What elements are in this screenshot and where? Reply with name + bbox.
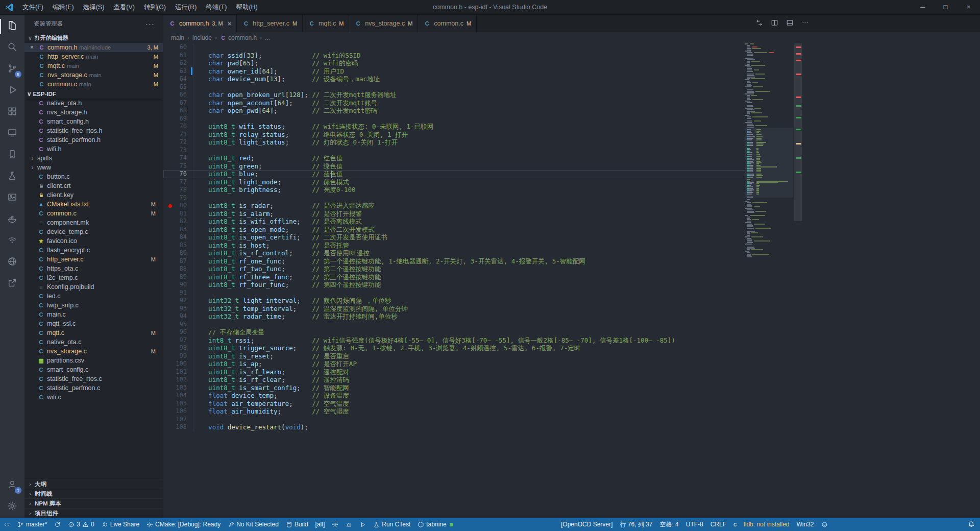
line-number[interactable]: 83 (163, 226, 187, 234)
line-number[interactable]: 68 (163, 107, 187, 115)
line-number[interactable]: 100 (163, 360, 187, 368)
file-item[interactable]: Cmqtt.cM (24, 328, 163, 337)
notifications-bell-icon[interactable] (968, 518, 975, 531)
status-sync[interactable] (51, 518, 64, 531)
file-item[interactable]: Chttp_server.cM (24, 255, 163, 264)
line-number[interactable]: 91 (163, 289, 187, 297)
file-item[interactable]: ≡component.mk (24, 218, 163, 227)
maximize-button[interactable]: □ (934, 0, 957, 14)
editor-layout-icon[interactable] (786, 19, 794, 29)
file-item[interactable]: Cstatistic_perfmon.h (24, 135, 163, 144)
code-line-94[interactable]: 94 uint32_t radar_time;// 雷达开打持续时间,单位秒 (163, 312, 745, 321)
line-number[interactable]: 63 (163, 67, 187, 76)
code-line-63[interactable]: 63 char owner_id[64];// 用户ID (163, 67, 745, 76)
activity-settings[interactable] (0, 496, 24, 518)
activity-explorer[interactable] (0, 16, 24, 37)
status-tabnine[interactable]: tabnine (414, 518, 456, 531)
code-line-100[interactable]: 100 uint8_t is_ap;// 是否打开AP (163, 360, 745, 368)
file-item[interactable]: Cnative_ota.h (24, 99, 163, 108)
close-button[interactable]: × (957, 0, 980, 14)
line-number[interactable]: 82 (163, 218, 187, 226)
file-item[interactable]: Cflash_encrypt.c (24, 246, 163, 255)
activity-wireless[interactable] (0, 230, 24, 252)
breadcrumb-item[interactable]: main (171, 34, 184, 41)
activity-testing[interactable] (0, 166, 24, 187)
file-item[interactable]: Cled.c (24, 292, 163, 301)
code-line-81[interactable]: 81 uint8_t is_alarm;// 是否打开报警 (163, 210, 745, 218)
code-line-96[interactable]: 96 // 不存储全局变量 (163, 328, 745, 336)
line-number[interactable]: 74 (163, 154, 187, 162)
line-number[interactable]: 93 (163, 305, 187, 313)
project-root-header[interactable]: ∨ ESP-IDF (24, 89, 163, 99)
line-number[interactable]: 99 (163, 352, 187, 360)
code-line-80[interactable]: 80 uint8_t is_radar;// 是否进入雷达感应 (163, 202, 745, 210)
code-line-76[interactable]: 76 uint8_t blue;// 蓝色值 (163, 170, 745, 178)
tab-mqtt.c[interactable]: Cmqtt.cM (303, 15, 349, 32)
sidebar-section[interactable]: ›时间线 (24, 489, 163, 498)
tab-http_server.c[interactable]: Chttp_server.cM (237, 15, 303, 32)
status-build-settings[interactable] (328, 518, 342, 531)
code-line-66[interactable]: 66 char open_broken_url[128];// 二次开发mqtt… (163, 91, 745, 99)
open-changes-icon[interactable] (755, 19, 763, 29)
line-number[interactable]: 103 (163, 384, 187, 392)
activity-source-control[interactable]: 5 (0, 59, 24, 80)
code-line-105[interactable]: 105 float air_temperature;// 空气温度 (163, 400, 745, 408)
line-number[interactable]: 84 (163, 233, 187, 242)
line-number[interactable]: 78 (163, 186, 187, 194)
code-line-69[interactable]: 69 (163, 115, 745, 123)
sidebar-section[interactable]: ›NPM 脚本 (24, 498, 163, 508)
code-editor[interactable]: 6061 char ssid[33];// wifi的SSID62 char p… (163, 43, 980, 518)
file-item[interactable]: Csmart_config.c (24, 365, 163, 374)
status-eol[interactable]: CRLF (707, 518, 730, 531)
line-number[interactable]: 75 (163, 162, 187, 171)
line-number[interactable]: 98 (163, 344, 187, 352)
code-line-82[interactable]: 82 uint8_t is_wifi_offline;// 是否离线模式 (163, 218, 745, 226)
line-number[interactable]: 72 (163, 138, 187, 147)
line-number[interactable]: 101 (163, 368, 187, 376)
code-line-87[interactable]: 87 uint8_t rf_one_func;// 第一个遥控按键功能, 1-继… (163, 257, 745, 266)
line-number[interactable]: 88 (163, 265, 187, 273)
line-number[interactable]: 107 (163, 416, 187, 424)
code-line-108[interactable]: 108 void device_restart(void); (163, 423, 745, 431)
line-number[interactable]: 106 (163, 407, 187, 416)
code-line-97[interactable]: 97 int8_t rssi;// wifi信号强度(信号极好4格[-55— 0… (163, 336, 745, 345)
line-number[interactable]: 87 (163, 257, 187, 266)
line-number[interactable]: 104 (163, 392, 187, 400)
activity-extensions[interactable] (0, 102, 24, 123)
code-line-107[interactable]: 107 (163, 416, 745, 424)
menu-item[interactable]: 查看(V) (109, 0, 139, 14)
line-number[interactable]: 92 (163, 297, 187, 305)
file-item[interactable]: ≡Kconfig.projbuild (24, 282, 163, 292)
code-line-99[interactable]: 99 uint8_t is_reset;// 是否重启 (163, 352, 745, 360)
code-line-89[interactable]: 89 uint8_t rf_three_func;// 第三个遥控按键功能 (163, 273, 745, 281)
file-item[interactable]: Cnative_ota.c (24, 337, 163, 347)
status-remote[interactable] (0, 518, 14, 531)
status-openocd-server[interactable]: [OpenOCD Server] (557, 518, 616, 531)
file-item[interactable]: Cwifi.c (24, 393, 163, 402)
folder-item[interactable]: ›www (24, 163, 163, 172)
code-line-104[interactable]: 104 float device_temp;// 设备温度 (163, 392, 745, 400)
file-item[interactable]: ★favicon.ico (24, 236, 163, 246)
code-line-95[interactable]: 95 (163, 321, 745, 329)
menu-item[interactable]: 选择(S) (79, 0, 109, 14)
activity-web[interactable] (0, 252, 24, 273)
code-line-91[interactable]: 91 (163, 289, 745, 297)
line-number[interactable]: 71 (163, 131, 187, 139)
code-line-103[interactable]: 103 uint8_t is_smart_config;// 智能配网 (163, 384, 745, 392)
folder-item[interactable]: ›spiffs (24, 154, 163, 163)
code-line-85[interactable]: 85 uint8_t is_host;// 是否托管 (163, 242, 745, 250)
file-item[interactable]: Ci2c_temp.c (24, 273, 163, 282)
file-item[interactable]: client.key (24, 190, 163, 200)
file-item[interactable]: client.crt (24, 181, 163, 190)
code-line-86[interactable]: 86 uint8_t is_rf_control;// 是否使用RF遥控 (163, 249, 745, 257)
line-number[interactable]: 81 (163, 210, 187, 218)
status-lldb-status[interactable]: lldb: not installed (740, 518, 793, 531)
code-line-88[interactable]: 88 uint8_t rf_two_func;// 第二个遥控按键功能 (163, 265, 745, 273)
line-number[interactable]: 67 (163, 99, 187, 107)
sidebar-section[interactable]: ›大纲 (24, 479, 163, 489)
minimap[interactable] (745, 43, 793, 258)
status-ctest[interactable]: Run CTest (370, 518, 414, 531)
status-build[interactable]: Build (282, 518, 312, 531)
code-line-77[interactable]: 77 uint8_t light_mode;// 颜色模式 (163, 178, 745, 186)
file-item[interactable]: Csmart_config.h (24, 117, 163, 126)
